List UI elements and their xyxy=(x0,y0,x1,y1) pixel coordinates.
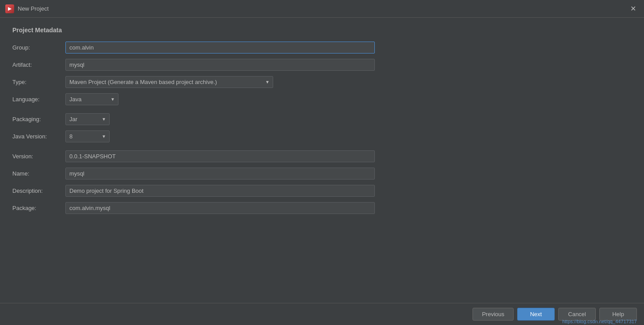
type-label: Type: xyxy=(12,79,65,85)
app-icon: ▶ xyxy=(5,4,14,13)
version-label: Version: xyxy=(12,153,65,160)
name-input[interactable] xyxy=(65,168,375,180)
java-version-select-wrapper: 8 11 17 ▼ xyxy=(65,130,110,142)
type-select-wrapper: Maven Project (Generate a Maven based pr… xyxy=(65,76,273,88)
package-row: Package: xyxy=(12,202,632,214)
title-bar-left: ▶ New Project xyxy=(5,4,49,13)
type-select[interactable]: Maven Project (Generate a Maven based pr… xyxy=(65,76,273,88)
section-title: Project Metadata xyxy=(12,27,632,34)
type-row: Type: Maven Project (Generate a Maven ba… xyxy=(12,76,632,88)
package-label: Package: xyxy=(12,205,65,211)
java-version-select[interactable]: 8 11 17 xyxy=(65,130,110,142)
description-input[interactable] xyxy=(65,185,375,197)
packaging-row: Packaging: Jar War ▼ xyxy=(12,113,632,125)
version-row: Version: xyxy=(12,150,632,162)
next-button[interactable]: Next xyxy=(517,308,555,321)
language-row: Language: Java Kotlin Groovy ▼ xyxy=(12,93,632,105)
name-row: Name: xyxy=(12,168,632,180)
description-label: Description: xyxy=(12,187,65,194)
name-label: Name: xyxy=(12,170,65,177)
packaging-label: Packaging: xyxy=(12,116,65,122)
artifact-input[interactable] xyxy=(65,59,375,71)
language-select[interactable]: Java Kotlin Groovy xyxy=(65,93,118,105)
java-version-label: Java Version: xyxy=(12,133,65,140)
group-row: Group: xyxy=(12,42,632,54)
language-select-wrapper: Java Kotlin Groovy ▼ xyxy=(65,93,118,105)
group-label: Group: xyxy=(12,44,65,51)
close-button[interactable]: ✕ xyxy=(628,4,639,14)
footer-link: https://blog.csdn.net/qq_44717317 xyxy=(562,319,637,324)
packaging-select-wrapper: Jar War ▼ xyxy=(65,113,110,125)
description-row: Description: xyxy=(12,185,632,197)
form-content: Project Metadata Group: Artifact: Type: … xyxy=(0,18,644,303)
packaging-select[interactable]: Jar War xyxy=(65,113,110,125)
artifact-row: Artifact: xyxy=(12,59,632,71)
window-title: New Project xyxy=(18,5,49,12)
package-input[interactable] xyxy=(65,202,375,214)
language-label: Language: xyxy=(12,96,65,103)
java-version-row: Java Version: 8 11 17 ▼ xyxy=(12,130,632,142)
title-bar: ▶ New Project ✕ xyxy=(0,0,644,18)
version-input[interactable] xyxy=(65,150,375,162)
artifact-label: Artifact: xyxy=(12,61,65,68)
dialog-window: ▶ New Project ✕ Project Metadata Group: … xyxy=(0,0,644,325)
group-input[interactable] xyxy=(65,42,375,54)
previous-button[interactable]: Previous xyxy=(473,308,514,321)
dialog-footer: Previous Next Cancel Help https://blog.c… xyxy=(0,303,644,325)
